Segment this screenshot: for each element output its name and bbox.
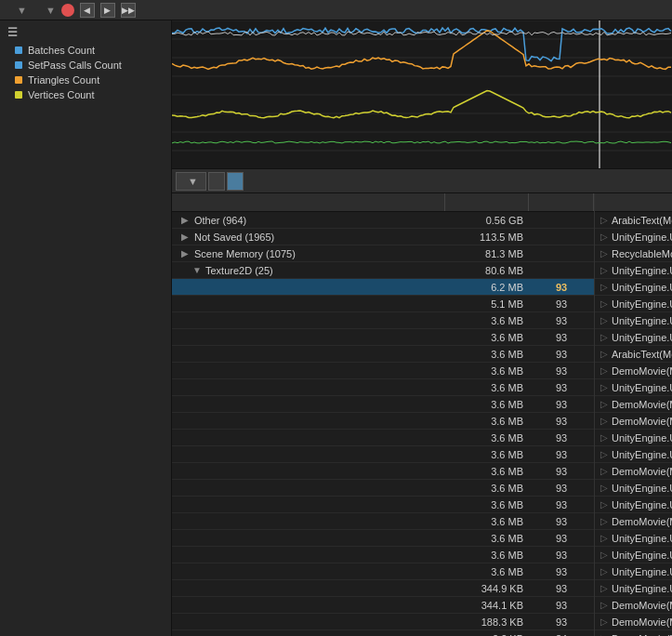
step-forward-button[interactable]: ▶ (100, 3, 115, 18)
table-row[interactable]: 5.1 MB 93 (172, 296, 594, 312)
ref-item[interactable]: ▷ UnityEngine.UI.Button(MonoBehaviour) (595, 530, 672, 547)
table-row[interactable]: 3.6 MB 93 (172, 329, 594, 346)
table-row[interactable]: 3.6 MB 93 (172, 463, 594, 480)
tree-arrow: ▶ (181, 232, 191, 242)
profiler-tabs: ▼ (172, 169, 672, 193)
table-row[interactable]: 344.9 KB 93 (172, 580, 594, 597)
ref-item[interactable]: ▷ DemoMovie(MonoBehaviour) (595, 396, 672, 413)
ref-item[interactable]: ▷ RecyclableMovies(MonoBehaviour) (595, 245, 672, 262)
table-row[interactable]: 3.6 MB 93 (172, 530, 594, 547)
cell-refcount: 93 (529, 432, 594, 444)
ref-item[interactable]: ▷ DemoMovie(MonoBehaviour) (595, 597, 672, 614)
ref-item[interactable]: ▷ ArabicText(MonoBehaviour) (595, 346, 672, 363)
ref-item[interactable]: ▷ UnityEngine.UI.Image(MonoBehaviour) (595, 446, 672, 463)
ref-item[interactable]: ▷ UnityEngine.UI.Button(MonoBehaviour) (595, 296, 672, 312)
table-row[interactable]: 3.6 MB 93 (172, 396, 594, 413)
ref-item[interactable]: ▷ DemoMovie(MonoBehaviour) (595, 630, 672, 636)
tab-detailed[interactable]: ▼ (176, 172, 206, 191)
table-row[interactable]: 3.6 MB 93 (172, 379, 594, 396)
ref-item-text: UnityEngine.UI.RawImage(MonoBehaviour) (612, 232, 672, 243)
record-button[interactable] (61, 4, 74, 17)
ref-item-text: UnityEngine.UI.Image(MonoBehaviour) (612, 449, 672, 460)
table-row[interactable]: 3.6 MB 93 (172, 363, 594, 379)
ref-item[interactable]: ▷ UnityEngine.UI.Image(MonoBehaviour) (595, 279, 672, 296)
sidebar-item-3[interactable]: Vertices Count (0, 87, 171, 102)
ref-item-text: UnityEngine.UI.Image(MonoBehaviour) (612, 282, 672, 293)
cell-refcount: 93 (529, 533, 594, 544)
table-row[interactable]: ▼ Texture2D (25) 80.6 MB (172, 262, 594, 279)
ref-item-text: UnityEngine.UI.Image(MonoBehaviour) (612, 566, 672, 577)
main-layout: ☰ Batches Count SetPass Calls Count Tria… (0, 20, 672, 636)
ref-arrow: ▷ (600, 533, 608, 543)
ref-item[interactable]: ▷ DemoMovie(MonoBehaviour) (595, 463, 672, 480)
cell-memory: 3.6 MB (445, 449, 529, 460)
sidebar-item-2[interactable]: Triangles Count (0, 73, 171, 87)
cell-refcount: 93 (529, 550, 594, 561)
table-row[interactable]: 3.6 MB 93 (172, 563, 594, 580)
table-body[interactable]: ▶ Other (964) 0.56 GB ▶ Not Saved (1965)… (172, 212, 594, 636)
ref-arrow: ▷ (600, 600, 608, 610)
ref-arrow: ▷ (600, 349, 608, 359)
cell-memory: 2.2 KB (445, 633, 529, 637)
top-bar: ▼ ▼ ◀ ▶ ▶▶ (0, 0, 672, 20)
table-row[interactable]: 3.6 MB 93 (172, 346, 594, 363)
table-row[interactable]: 2.2 KB 34 (172, 630, 594, 636)
ref-arrow: ▷ (600, 449, 608, 459)
ref-arrow: ▷ (600, 382, 608, 392)
ref-item[interactable]: ▷ UnityEngine.UI.RawImage(MonoBehaviour) (595, 229, 672, 245)
table-row[interactable]: 3.6 MB 93 (172, 497, 594, 513)
sidebar-item-1[interactable]: SetPass Calls Count (0, 58, 171, 73)
ref-item[interactable]: ▷ DemoMovie(MonoBehaviour) (595, 363, 672, 379)
cell-memory: 3.6 MB (445, 349, 529, 360)
table-row[interactable]: ▶ Other (964) 0.56 GB (172, 212, 594, 229)
tab-gather[interactable] (227, 172, 244, 191)
ref-list[interactable]: ▷ ArabicText(MonoBehaviour) ▷ UnityEngin… (595, 212, 672, 636)
sidebar-label-0: Batches Count (28, 45, 95, 56)
ref-item[interactable]: ▷ UnityEngine.UI.Button(MonoBehaviour) (595, 262, 672, 279)
cell-refcount: 93 (529, 499, 594, 510)
table-row[interactable]: 344.1 KB 93 (172, 597, 594, 614)
ref-item[interactable]: ▷ UnityEngine.UI.RawImage(MonoBehaviour) (595, 329, 672, 346)
ref-item[interactable]: ▷ UnityEngine.UI.Button(MonoBehaviour) (595, 312, 672, 329)
table-row[interactable]: 3.6 MB 93 (172, 312, 594, 329)
step-end-button[interactable]: ▶▶ (121, 3, 136, 18)
step-back-button[interactable]: ◀ (80, 3, 95, 18)
table-row[interactable]: 188.3 KB 93 (172, 614, 594, 630)
table-row[interactable]: 3.6 MB 93 (172, 480, 594, 497)
cell-name-text: Texture2D (25) (205, 265, 273, 276)
table-row[interactable]: 6.2 MB 93 (172, 279, 594, 296)
ref-item-text: DemoMovie(MonoBehaviour) (612, 365, 672, 377)
ref-item-text: DemoMovie(MonoBehaviour) (612, 399, 672, 410)
table-row[interactable]: ▶ Scene Memory (1075) 81.3 MB (172, 245, 594, 262)
ref-item[interactable]: ▷ UnityEngine.UI.Image(MonoBehaviour) (595, 563, 672, 580)
table-row[interactable]: 3.6 MB 93 (172, 446, 594, 463)
ref-item[interactable]: ▷ DemoMovie(MonoBehaviour) (595, 513, 672, 530)
col-refcount-header (529, 193, 594, 211)
ref-item-text: UnityEngine.UI.Button(MonoBehaviour) (612, 499, 672, 510)
left-table: ▶ Other (964) 0.56 GB ▶ Not Saved (1965)… (172, 193, 595, 636)
ref-item[interactable]: ▷ UnityEngine.UI.Button(MonoBehaviour) (595, 430, 672, 446)
ref-item[interactable]: ▷ UnityEngine.UI.Button(MonoBehaviour) (595, 547, 672, 563)
ref-item[interactable]: ▷ UnityEngine.UI.RawImage(MonoBehaviour) (595, 480, 672, 497)
table-row[interactable]: 3.6 MB 93 (172, 513, 594, 530)
tab-take-sample[interactable] (208, 172, 225, 191)
ref-arrow: ▷ (600, 298, 608, 309)
ref-item-text: DemoMovie(MonoBehaviour) (612, 416, 672, 427)
ref-item[interactable]: ▷ UnityEngine.UI.RawImage(MonoBehaviour) (595, 580, 672, 597)
ref-item[interactable]: ▷ DemoMovie(MonoBehaviour) (595, 413, 672, 430)
table-row[interactable]: 3.6 MB 93 (172, 413, 594, 430)
sidebar-section-title: ☰ (0, 20, 171, 43)
ref-item[interactable]: ▷ UnityEngine.UI.RawImage(MonoBehaviour) (595, 379, 672, 396)
ref-item[interactable]: ▷ DemoMovie(MonoBehaviour) (595, 614, 672, 630)
table-row[interactable]: 3.6 MB 93 (172, 430, 594, 446)
cell-refcount: 93 (529, 298, 594, 310)
ref-arrow: ▷ (600, 566, 608, 576)
ref-arrow: ▷ (600, 432, 608, 443)
sidebar-item-0[interactable]: Batches Count (0, 43, 171, 58)
table-row[interactable]: 3.6 MB 93 (172, 547, 594, 563)
ref-item-text: DemoMovie(MonoBehaviour) (612, 616, 672, 628)
ref-item[interactable]: ▷ ArabicText(MonoBehaviour) (595, 212, 672, 229)
cell-refcount: 93 (529, 332, 594, 343)
ref-item[interactable]: ▷ UnityEngine.UI.Button(MonoBehaviour) (595, 497, 672, 513)
table-row[interactable]: ▶ Not Saved (1965) 113.5 MB (172, 229, 594, 245)
